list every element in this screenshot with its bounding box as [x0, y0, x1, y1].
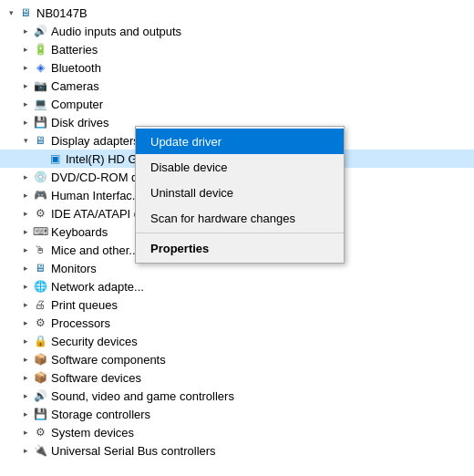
chevron-icon [18, 97, 33, 111]
tree-item-softcomp[interactable]: 📦Software components [0, 350, 474, 368]
chevron-icon [18, 206, 33, 221]
tree-item-processors[interactable]: ⚙Processors [0, 314, 474, 332]
tree-item-storage[interactable]: 💾Storage controllers [0, 405, 474, 423]
device-icon: ⚙ [33, 316, 47, 330]
chevron-icon [18, 334, 33, 348]
chevron-icon [18, 243, 33, 257]
chevron-icon [18, 115, 33, 129]
device-label: Cameras [51, 79, 474, 93]
device-icon: 🖥 [33, 133, 47, 148]
tree-item-root[interactable]: 🖥NB0147B [0, 4, 474, 22]
device-icon: 🖱 [33, 243, 47, 257]
device-label: Audio inputs and outputs [51, 25, 474, 38]
device-icon: 💻 [33, 97, 47, 111]
chevron-icon [18, 443, 33, 458]
context-menu-item-update[interactable]: Update driver [136, 129, 344, 154]
chevron-icon [4, 5, 18, 20]
chevron-icon [18, 370, 33, 385]
chevron-icon [18, 388, 33, 403]
device-label: Computer [51, 98, 474, 111]
device-icon: 🌐 [33, 279, 47, 294]
tree-item-audio[interactable]: 🔊Audio inputs and outputs [0, 22, 474, 40]
device-icon: 🔊 [33, 24, 47, 38]
chevron-icon [18, 188, 33, 202]
menu-separator [136, 233, 344, 233]
tree-item-network[interactable]: 🌐Network adapte... [0, 277, 474, 295]
device-label: Security devices [51, 335, 474, 348]
tree-item-computer[interactable]: 💻Computer [0, 95, 474, 113]
device-label: Print queues [51, 298, 474, 312]
tree-item-security[interactable]: 🔒Security devices [0, 332, 474, 350]
chevron-icon [18, 24, 33, 38]
context-menu-item-properties[interactable]: Properties [136, 235, 344, 261]
device-icon: 💾 [33, 115, 47, 129]
device-label: Universal Serial Bus controllers [51, 444, 474, 458]
device-icon: 📷 [33, 78, 47, 93]
device-label: Storage controllers [51, 408, 474, 421]
device-icon: 🖨 [33, 297, 47, 312]
device-icon: 🔌 [33, 443, 47, 458]
device-icon: 💾 [33, 407, 47, 421]
device-icon: ⚙ [33, 206, 47, 221]
chevron-icon [18, 316, 33, 330]
device-label: Bluetooth [51, 61, 474, 75]
device-icon: 🎮 [33, 188, 47, 202]
device-icon: 💿 [33, 170, 47, 184]
device-icon: 📦 [33, 370, 47, 385]
tree-item-bluetooth[interactable]: ◈Bluetooth [0, 58, 474, 77]
chevron-icon [18, 261, 33, 275]
tree-item-system[interactable]: ⚙System devices [0, 423, 474, 441]
chevron-icon [18, 42, 33, 57]
tree-item-usb[interactable]: 🔌Universal Serial Bus controllers [0, 441, 474, 460]
chevron-icon [18, 133, 33, 148]
chevron-icon [18, 425, 33, 440]
chevron-icon [18, 224, 33, 239]
tree-item-print[interactable]: 🖨Print queues [0, 295, 474, 314]
context-menu: Update driverDisable deviceUninstall dev… [135, 126, 345, 264]
device-label: Software devices [51, 371, 474, 385]
chevron-icon [18, 170, 33, 184]
device-icon: ▣ [47, 151, 62, 166]
device-icon: 🖥 [33, 261, 47, 275]
device-label: Software components [51, 353, 474, 367]
chevron-icon [18, 407, 33, 421]
tree-item-batteries[interactable]: 🔋Batteries [0, 40, 474, 58]
device-icon: 📦 [33, 352, 47, 367]
chevron-icon [18, 60, 33, 75]
device-icon: 🔋 [33, 42, 47, 57]
chevron-icon [18, 279, 33, 294]
device-icon: ⚙ [33, 425, 47, 440]
device-label: Processors [51, 316, 474, 330]
context-menu-item-uninstall[interactable]: Uninstall device [136, 180, 344, 205]
device-label: Batteries [51, 43, 474, 57]
tree-item-softdev[interactable]: 📦Software devices [0, 368, 474, 387]
device-icon: 🔒 [33, 334, 47, 348]
tree-item-cameras[interactable]: 📷Cameras [0, 77, 474, 95]
context-menu-item-scan[interactable]: Scan for hardware changes [136, 205, 344, 231]
device-label: NB0147B [36, 6, 474, 20]
tree-item-sound[interactable]: 🔊Sound, video and game controllers [0, 387, 474, 405]
chevron-icon [18, 352, 33, 367]
device-label: Network adapte... [51, 280, 474, 294]
device-label: Sound, video and game controllers [51, 389, 474, 403]
device-icon: ◈ [33, 60, 47, 75]
context-menu-item-disable[interactable]: Disable device [136, 154, 344, 180]
device-icon: 🔊 [33, 388, 47, 403]
chevron-icon [18, 78, 33, 93]
chevron-icon [18, 297, 33, 312]
device-icon: 🖥 [18, 5, 33, 20]
device-label: System devices [51, 426, 474, 440]
device-icon: ⌨ [33, 224, 47, 239]
